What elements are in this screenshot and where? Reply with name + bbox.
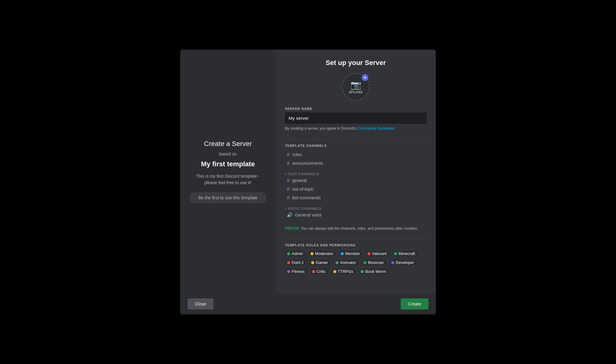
server-name-input[interactable] (285, 112, 427, 124)
role-color-dot (394, 252, 397, 255)
role-badge: DotA 2 (285, 259, 307, 266)
modal-footer: Close Create (180, 293, 436, 314)
role-color-dot (312, 270, 315, 273)
role-color-dot (367, 252, 371, 255)
hash-icon: # (287, 195, 290, 200)
role-badge: Book Worm (359, 268, 390, 275)
community-guidelines-link[interactable]: Community Guidelines (357, 126, 395, 131)
form-hint: By creating a server, you agree to Disco… (285, 126, 427, 131)
template-channels-label: TEMPLATE CHANNELS (285, 144, 427, 148)
role-color-dot (287, 270, 290, 273)
role-color-dot (287, 261, 290, 264)
protip-label: PROTIP: (285, 226, 300, 231)
role-badge: Member (338, 250, 363, 257)
role-color-dot (391, 261, 394, 264)
left-panel: Create a Server based on My first templa… (180, 50, 276, 293)
left-description: This is my first Discord template - plea… (189, 173, 266, 186)
left-badge: Be the first to use this template (189, 192, 266, 203)
protip: PROTIP: You can always edit the channels… (285, 226, 427, 231)
role-badge: Moderator (308, 250, 337, 257)
role-badge: Developer (389, 259, 417, 266)
role-color-dot (310, 252, 314, 255)
upload-button[interactable]: 📷 UPLOAD + (342, 73, 370, 101)
hash-icon: # (287, 186, 290, 192)
role-name: Critic (317, 269, 326, 274)
upload-plus-icon: + (362, 74, 368, 81)
protip-text: You can always edit the channels, roles,… (301, 226, 418, 231)
role-name: DotA 2 (292, 260, 304, 265)
role-badge: Minecraft (392, 250, 418, 257)
roles-divider (285, 239, 427, 239)
role-name: Member (345, 251, 360, 256)
voice-channel-list: 🔊 General voice (285, 211, 427, 219)
speaker-icon: 🔊 (287, 212, 293, 218)
channel-general-voice: 🔊 General voice (285, 211, 427, 219)
role-name: Valorant (372, 251, 387, 256)
upload-label: UPLOAD (349, 91, 363, 94)
role-badge: Fitness (285, 268, 308, 275)
text-channel-list: # general # out-of-topic # bot-commands (285, 176, 427, 202)
role-color-dot (333, 270, 336, 273)
chevron-down-icon: ▾ (285, 172, 286, 176)
role-badge: Animator (333, 259, 359, 266)
role-badge: Valorant (365, 250, 390, 257)
channel-announcements: # announcements (285, 159, 427, 167)
modal: Create a Server based on My first templa… (180, 50, 436, 314)
top-channel-list: # rules # announcements (285, 151, 427, 167)
roles-label: TEMPLATE ROLES AND PERMISSIONS (285, 243, 427, 247)
role-color-dot (311, 261, 314, 264)
role-name: Developer (396, 260, 414, 265)
upload-area: 📷 UPLOAD + (285, 73, 427, 101)
role-name: Moderator (315, 251, 333, 256)
server-name-label: SERVER NAME (285, 107, 427, 111)
camera-icon: 📷 (351, 80, 361, 90)
role-name: Animator (340, 260, 356, 265)
hash-icon: # (287, 152, 290, 157)
modal-body: Create a Server based on My first templa… (180, 50, 436, 293)
left-template-name: My first template (201, 160, 255, 168)
role-name: Book Worm (365, 269, 386, 274)
role-name: Musician (368, 260, 384, 265)
role-name: Minecraft (399, 251, 415, 256)
role-badge: Gamer (309, 259, 331, 266)
channel-general: # general (285, 176, 427, 184)
role-badge: TTRPGs (331, 268, 357, 275)
close-button[interactable]: Close (188, 298, 213, 309)
role-badge: Critic (310, 268, 329, 275)
role-name: TTRPGs (338, 269, 354, 274)
role-color-dot (287, 252, 290, 255)
role-name: Fitness (292, 269, 305, 274)
role-color-dot (363, 261, 367, 264)
modal-title: Set up your Server (285, 59, 427, 67)
roles-container: AdminModeratorMemberValorantMinecraftDot… (285, 250, 427, 275)
left-based-on: based on (219, 152, 237, 156)
divider (285, 139, 427, 140)
chevron-down-icon: ▾ (285, 207, 286, 210)
role-name: Admin (292, 251, 303, 256)
channel-rules: # rules (285, 151, 427, 159)
hash-icon: # (287, 160, 290, 166)
left-heading: Create a Server (204, 140, 252, 148)
role-badge: Admin (285, 250, 306, 257)
role-name: Gamer (316, 260, 328, 265)
role-color-dot (335, 261, 338, 264)
create-button[interactable]: Create (401, 298, 428, 309)
channel-bot-commands: # bot-commands (285, 194, 427, 202)
role-color-dot (341, 252, 344, 255)
right-panel: Set up your Server 📷 UPLOAD + SERVER NAM… (276, 50, 436, 293)
text-channels-category[interactable]: ▾ TEXT CHANNELS (285, 170, 427, 176)
role-badge: Musician (361, 259, 387, 266)
channel-out-of-topic: # out-of-topic (285, 185, 427, 193)
hash-icon: # (287, 178, 290, 183)
voice-channels-category[interactable]: ▾ VOICE CHANNELS (285, 205, 427, 211)
role-color-dot (361, 270, 364, 273)
